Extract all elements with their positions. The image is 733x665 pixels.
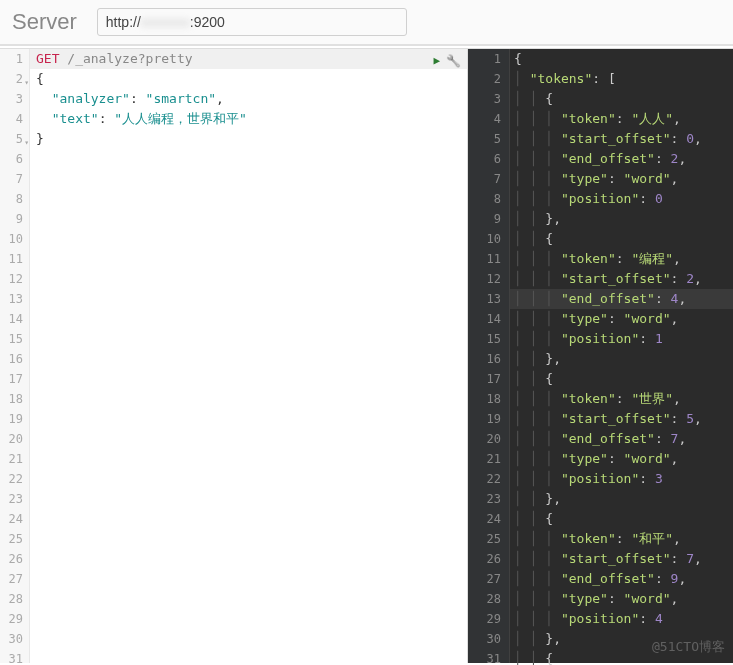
code-line[interactable] — [30, 409, 467, 429]
code-line[interactable] — [30, 429, 467, 449]
code-line[interactable] — [30, 529, 467, 549]
code-line[interactable] — [30, 449, 467, 469]
line-number: 28 — [0, 589, 27, 609]
line-number: 31 — [0, 649, 27, 665]
response-gutter: 1234567891011121314151617181920212223242… — [468, 49, 510, 663]
response-viewer[interactable]: {│ "tokens": [│ │ {│ │ │ "token": "人人",│… — [510, 49, 733, 663]
play-icon[interactable]: ▶ — [433, 51, 440, 71]
line-number: 3 — [0, 89, 27, 109]
code-line[interactable]: │ │ │ "token": "编程", — [510, 249, 733, 269]
code-line[interactable] — [30, 189, 467, 209]
line-number: 19 — [0, 409, 27, 429]
code-line[interactable]: │ │ }, — [510, 489, 733, 509]
line-number: 29 — [0, 609, 27, 629]
line-number: 15 — [468, 329, 509, 349]
code-line[interactable]: │ │ │ "end_offset": 9, — [510, 569, 733, 589]
request-actions: ▶ 🔧 — [433, 51, 461, 71]
code-line[interactable]: GET /_analyze?pretty — [30, 49, 467, 69]
code-line[interactable]: "text": "人人编程，世界和平" — [30, 109, 467, 129]
code-line[interactable] — [30, 569, 467, 589]
code-line[interactable] — [30, 469, 467, 489]
code-line[interactable] — [30, 249, 467, 269]
code-line[interactable]: │ │ │ "position": 1 — [510, 329, 733, 349]
code-line[interactable]: │ │ { — [510, 89, 733, 109]
line-number: 26 — [0, 549, 27, 569]
code-line[interactable]: │ │ │ "position": 3 — [510, 469, 733, 489]
code-line[interactable] — [30, 309, 467, 329]
line-number: 22 — [0, 469, 27, 489]
code-line[interactable]: } — [30, 129, 467, 149]
code-line[interactable] — [30, 549, 467, 569]
line-number: 11 — [0, 249, 27, 269]
line-number: 13 — [468, 289, 509, 309]
code-line[interactable] — [30, 629, 467, 649]
line-number: 27 — [468, 569, 509, 589]
line-number: 9 — [0, 209, 27, 229]
code-line[interactable]: │ │ │ "type": "word", — [510, 449, 733, 469]
code-line[interactable] — [30, 149, 467, 169]
line-number: 20 — [0, 429, 27, 449]
line-number: 27 — [0, 569, 27, 589]
code-line[interactable]: { — [510, 49, 733, 69]
watermark: @51CTO博客 — [652, 637, 725, 657]
code-line[interactable]: │ "tokens": [ — [510, 69, 733, 89]
line-number: 24 — [0, 509, 27, 529]
line-number: 1 — [0, 49, 27, 69]
code-line[interactable]: │ │ │ "type": "word", — [510, 309, 733, 329]
request-gutter: 1234567891011121314151617181920212223242… — [0, 49, 30, 663]
code-line[interactable]: │ │ │ "position": 0 — [510, 189, 733, 209]
code-line[interactable]: │ │ │ "token": "人人", — [510, 109, 733, 129]
code-line[interactable] — [30, 269, 467, 289]
code-line[interactable]: │ │ │ "end_offset": 4, — [510, 289, 733, 309]
code-line[interactable] — [30, 489, 467, 509]
request-pane: 1234567891011121314151617181920212223242… — [0, 49, 468, 663]
code-line[interactable]: │ │ { — [510, 229, 733, 249]
code-line[interactable]: │ │ │ "start_offset": 2, — [510, 269, 733, 289]
code-line[interactable] — [30, 509, 467, 529]
code-line[interactable]: │ │ │ "start_offset": 0, — [510, 129, 733, 149]
code-line[interactable] — [30, 589, 467, 609]
code-line[interactable] — [30, 389, 467, 409]
code-line[interactable]: │ │ │ "type": "word", — [510, 589, 733, 609]
code-line[interactable]: │ │ │ "end_offset": 7, — [510, 429, 733, 449]
code-line[interactable] — [30, 609, 467, 629]
line-number: 12 — [0, 269, 27, 289]
code-line[interactable]: │ │ { — [510, 509, 733, 529]
line-number: 24 — [468, 509, 509, 529]
code-line[interactable] — [30, 349, 467, 369]
line-number: 12 — [468, 269, 509, 289]
code-line[interactable]: │ │ │ "token": "世界", — [510, 389, 733, 409]
code-line[interactable]: │ │ │ "token": "和平", — [510, 529, 733, 549]
code-line[interactable]: │ │ │ "end_offset": 2, — [510, 149, 733, 169]
code-line[interactable]: { — [30, 69, 467, 89]
code-line[interactable]: │ │ }, — [510, 349, 733, 369]
code-line[interactable]: │ │ }, — [510, 209, 733, 229]
server-url-input[interactable]: http://xxxxxxx:9200 — [97, 8, 407, 36]
code-line[interactable] — [30, 289, 467, 309]
line-number: 14 — [0, 309, 27, 329]
code-line[interactable]: │ │ │ "start_offset": 7, — [510, 549, 733, 569]
code-line[interactable] — [30, 649, 467, 665]
code-line[interactable]: │ │ │ "type": "word", — [510, 169, 733, 189]
code-line[interactable]: │ │ { — [510, 369, 733, 389]
code-line[interactable]: "analyzer": "smartcn", — [30, 89, 467, 109]
request-editor[interactable]: ▶ 🔧 GET /_analyze?pretty{ "analyzer": "s… — [30, 49, 467, 663]
wrench-icon[interactable]: 🔧 — [446, 51, 461, 71]
server-url-host: xxxxxxx — [141, 14, 190, 30]
response-pane: 1234567891011121314151617181920212223242… — [468, 49, 733, 663]
code-line[interactable] — [30, 229, 467, 249]
line-number: 5 — [468, 129, 509, 149]
code-line[interactable] — [30, 209, 467, 229]
line-number: 30 — [468, 629, 509, 649]
code-line[interactable] — [30, 169, 467, 189]
line-number: 18 — [468, 389, 509, 409]
code-line[interactable]: │ │ │ "position": 4 — [510, 609, 733, 629]
server-label: Server — [12, 9, 77, 35]
code-line[interactable] — [30, 369, 467, 389]
line-number: 8 — [468, 189, 509, 209]
server-url-prefix: http:// — [106, 14, 141, 30]
code-line[interactable] — [30, 329, 467, 349]
line-number: 23 — [0, 489, 27, 509]
code-line[interactable]: │ │ │ "start_offset": 5, — [510, 409, 733, 429]
line-number: 5 — [0, 129, 27, 149]
